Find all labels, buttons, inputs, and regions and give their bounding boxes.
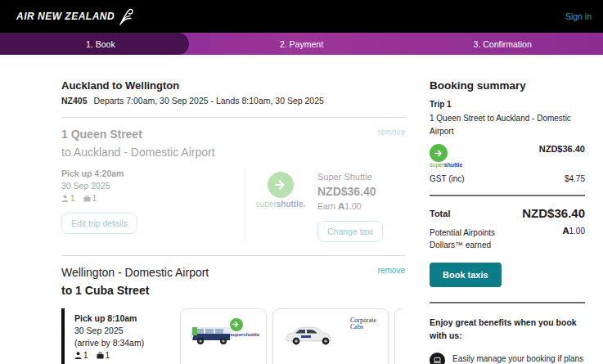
booking-summary-title: Booking summary — [430, 79, 585, 92]
flight-route-title: Auckland to Wellington — [61, 79, 405, 92]
trip2-remove-link[interactable]: remove — [378, 266, 405, 275]
briefcase-icon — [97, 352, 104, 359]
trip2-arrive-by: (arrive by 8:34am) — [74, 338, 180, 348]
trip1-pickup-time: Pick up 4:20am — [61, 169, 235, 178]
flight-times: Departs 7:00am, 30 Sep 2025 - Lands 8:10… — [94, 96, 324, 106]
supershuttle-arrow-icon — [268, 172, 294, 198]
trip1-provider-name: Super Shuttle — [317, 172, 383, 182]
taxi-options-list: supershuttle Super Shuttle 11 max 11 max… — [180, 308, 401, 364]
top-bar: AIR NEW ZEALAND Sign in — [0, 0, 603, 33]
trip1-pickup-date: 30 Sep 2025 — [61, 181, 235, 191]
sedan-car-image — [280, 316, 344, 352]
summary-divider — [430, 195, 585, 196]
trip1-passenger-count: 1 — [61, 194, 75, 203]
trip1-to-address: to Auckland - Domestic Airport — [61, 146, 405, 159]
trip2-pickup-details: Pick up 8:10am 30 Sep 2025 (arrive by 8:… — [61, 308, 180, 364]
briefcase-icon — [83, 195, 91, 202]
tab-book[interactable]: 1. Book — [0, 33, 201, 55]
laptop-icon — [430, 353, 445, 364]
trip1-price: NZD$36.40 — [317, 185, 383, 198]
main-column: Auckland to Wellington NZ405Departs 7:00… — [61, 79, 405, 364]
trip2-pickup-time: Pick up 8:10am — [74, 313, 180, 323]
taxi-option-partial[interactable] — [394, 308, 401, 364]
trip2-pickup-date: 30 Sep 2025 — [74, 326, 180, 335]
total-value: NZD$36.40 — [522, 206, 585, 220]
supershuttle-logo: supershuttle — [430, 144, 462, 168]
benefits-title: Enjoy great benefits when you book with … — [430, 317, 585, 343]
trip2-to-address: to 1 Cuba Street — [61, 284, 405, 297]
trip1-earn: Earn A1.00 — [317, 201, 383, 211]
vertical-divider — [245, 169, 245, 242]
trip2-from-address: Wellington - Domestic Airport — [61, 266, 209, 279]
trip1-edit-trip-button[interactable]: Edit trip details — [61, 213, 137, 234]
airpoints-earned-value: A1.00 — [563, 227, 585, 251]
tab-payment[interactable]: 2. Payment — [201, 33, 403, 55]
summary-trip-price: NZD$36.40 — [539, 144, 585, 154]
gst-value: $4.75 — [565, 174, 585, 183]
trip-1-section: 1 Queen Street remove to Auckland - Dome… — [61, 118, 405, 242]
booking-summary-panel: Booking summary Trip 1 1 Queen Street to… — [430, 79, 585, 364]
airnz-logo[interactable]: AIR NEW ZEALAND — [16, 7, 134, 25]
tab-confirmation[interactable]: 3. Confirmation — [402, 33, 603, 55]
trip-2-section: Wellington - Domestic Airport remove to … — [61, 256, 405, 364]
taxi-option-corporate-cabs[interactable]: Corporate Cabs Corporate Cabs (WLG) 4 ma… — [272, 308, 389, 364]
supershuttle-logo: supershuttle. — [255, 172, 306, 242]
corporate-cabs-logo: Corporate Cabs — [350, 317, 381, 331]
sign-in-link[interactable]: Sign in — [565, 11, 592, 21]
progress-bar: 1. Book 2. Payment 3. Confirmation — [0, 33, 603, 55]
supershuttle-arrow-icon — [430, 144, 448, 162]
book-taxis-button[interactable]: Book taxis — [430, 263, 502, 287]
benefit-text: Easily manage your booking if plans chan… — [452, 353, 585, 364]
trip2-passenger-count: 1 — [74, 351, 88, 360]
summary-divider — [430, 302, 585, 303]
taxi-option-super-shuttle[interactable]: supershuttle Super Shuttle 11 max 11 max… — [180, 308, 267, 364]
person-icon — [74, 352, 82, 359]
gst-label: GST (inc) — [430, 174, 465, 183]
trip1-change-taxi-button[interactable]: Change taxi — [317, 221, 383, 242]
trip2-bag-count: 1 — [97, 351, 110, 360]
flight-number: NZ405 — [61, 96, 88, 106]
trip1-from-address: 1 Queen Street — [61, 128, 142, 141]
benefit-item: Easily manage your booking if plans chan… — [430, 353, 585, 364]
summary-trip-label: Trip 1 — [430, 100, 585, 109]
airpoints-earned-label: Potential Airpoints Dollars™ earned — [430, 227, 528, 251]
koru-icon — [118, 7, 134, 25]
flight-details: NZ405Departs 7:00am, 30 Sep 2025 - Lands… — [61, 96, 405, 106]
trip1-bag-count: 1 — [83, 194, 97, 203]
supershuttle-logo: supershuttle — [230, 317, 259, 337]
airpoints-icon: A — [563, 227, 569, 236]
summary-trip-description: 1 Queen Street to Auckland - Domestic Ai… — [430, 112, 585, 137]
person-icon — [61, 195, 69, 202]
total-label: Total — [430, 209, 450, 218]
trip1-remove-link[interactable]: remove — [378, 128, 405, 137]
brand-name: AIR NEW ZEALAND — [16, 11, 115, 22]
